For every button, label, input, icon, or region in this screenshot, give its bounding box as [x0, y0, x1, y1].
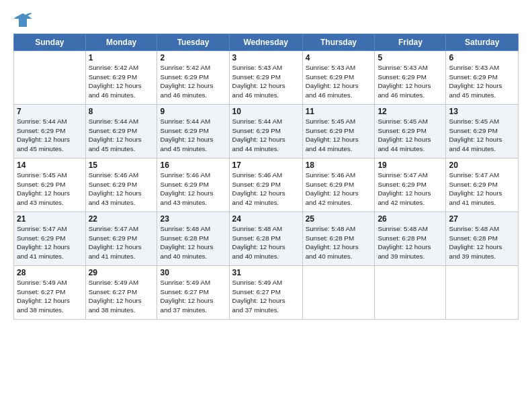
day-info: Sunrise: 5:44 AMSunset: 6:29 PMDaylight:… [160, 117, 226, 154]
day-number: 12 [378, 107, 443, 116]
calendar-cell: 26Sunrise: 5:48 AMSunset: 6:28 PMDayligh… [375, 212, 446, 266]
day-info: Sunrise: 5:48 AMSunset: 6:28 PMDaylight:… [160, 224, 226, 261]
calendar-cell: 4Sunrise: 5:43 AMSunset: 6:29 PMDaylight… [302, 51, 375, 105]
day-number: 8 [89, 107, 154, 116]
day-number: 4 [306, 53, 372, 62]
day-number: 28 [17, 268, 83, 277]
calendar-week-row: 1Sunrise: 5:42 AMSunset: 6:29 PMDaylight… [14, 51, 519, 105]
day-number: 1 [89, 53, 154, 62]
day-info: Sunrise: 5:49 AMSunset: 6:27 PMDaylight:… [17, 278, 83, 315]
header [13, 12, 519, 28]
day-info: Sunrise: 5:45 AMSunset: 6:29 PMDaylight:… [449, 117, 515, 154]
day-number: 16 [160, 161, 226, 170]
day-info: Sunrise: 5:45 AMSunset: 6:29 PMDaylight:… [306, 117, 372, 154]
calendar-cell: 28Sunrise: 5:49 AMSunset: 6:27 PMDayligh… [14, 266, 86, 320]
calendar-cell: 7Sunrise: 5:44 AMSunset: 6:29 PMDaylight… [14, 105, 86, 158]
day-number: 22 [89, 214, 154, 224]
calendar-cell: 2Sunrise: 5:42 AMSunset: 6:29 PMDaylight… [157, 51, 229, 105]
calendar-cell: 29Sunrise: 5:49 AMSunset: 6:27 PMDayligh… [85, 266, 157, 320]
day-number: 21 [17, 214, 83, 224]
day-info: Sunrise: 5:48 AMSunset: 6:28 PMDaylight:… [232, 224, 300, 261]
col-tuesday: Tuesday [157, 34, 229, 51]
day-number: 3 [232, 53, 300, 62]
calendar-table: Sunday Monday Tuesday Wednesday Thursday… [13, 34, 519, 320]
day-info: Sunrise: 5:47 AMSunset: 6:29 PMDaylight:… [89, 224, 154, 261]
calendar-cell: 27Sunrise: 5:48 AMSunset: 6:28 PMDayligh… [446, 212, 519, 266]
calendar-cell: 21Sunrise: 5:47 AMSunset: 6:29 PMDayligh… [14, 212, 86, 266]
calendar-week-row: 7Sunrise: 5:44 AMSunset: 6:29 PMDaylight… [14, 105, 519, 158]
day-info: Sunrise: 5:45 AMSunset: 6:29 PMDaylight:… [378, 117, 443, 154]
calendar-week-row: 28Sunrise: 5:49 AMSunset: 6:27 PMDayligh… [14, 266, 519, 320]
logo [13, 12, 35, 28]
day-info: Sunrise: 5:48 AMSunset: 6:28 PMDaylight:… [306, 224, 372, 261]
day-number: 11 [306, 107, 372, 116]
day-number: 10 [232, 107, 300, 116]
day-info: Sunrise: 5:47 AMSunset: 6:29 PMDaylight:… [378, 171, 443, 208]
day-number: 17 [232, 161, 300, 170]
calendar-cell: 31Sunrise: 5:49 AMSunset: 6:27 PMDayligh… [229, 266, 302, 320]
day-info: Sunrise: 5:46 AMSunset: 6:29 PMDaylight:… [306, 171, 372, 208]
day-info: Sunrise: 5:47 AMSunset: 6:29 PMDaylight:… [449, 171, 515, 208]
col-friday: Friday [375, 34, 446, 51]
calendar-cell: 20Sunrise: 5:47 AMSunset: 6:29 PMDayligh… [446, 158, 519, 212]
day-info: Sunrise: 5:42 AMSunset: 6:29 PMDaylight:… [89, 63, 154, 100]
day-number: 7 [17, 107, 83, 116]
col-thursday: Thursday [302, 34, 375, 51]
day-info: Sunrise: 5:43 AMSunset: 6:29 PMDaylight:… [378, 63, 443, 100]
day-number: 2 [160, 53, 226, 62]
day-number: 13 [449, 107, 515, 116]
day-info: Sunrise: 5:42 AMSunset: 6:29 PMDaylight:… [160, 63, 226, 100]
day-number: 14 [17, 161, 83, 170]
day-number: 20 [449, 161, 515, 170]
day-info: Sunrise: 5:43 AMSunset: 6:29 PMDaylight:… [306, 63, 372, 100]
day-number: 31 [232, 268, 300, 277]
calendar-cell: 24Sunrise: 5:48 AMSunset: 6:28 PMDayligh… [229, 212, 302, 266]
day-info: Sunrise: 5:49 AMSunset: 6:27 PMDaylight:… [160, 278, 226, 315]
day-number: 25 [306, 214, 372, 224]
calendar-cell: 11Sunrise: 5:45 AMSunset: 6:29 PMDayligh… [302, 105, 375, 158]
calendar-cell [446, 266, 519, 320]
day-number: 24 [232, 214, 300, 224]
calendar-cell: 1Sunrise: 5:42 AMSunset: 6:29 PMDaylight… [85, 51, 157, 105]
col-wednesday: Wednesday [229, 34, 302, 51]
col-sunday: Sunday [14, 34, 86, 51]
day-info: Sunrise: 5:46 AMSunset: 6:29 PMDaylight:… [232, 171, 300, 208]
logo-icon [13, 12, 32, 28]
day-info: Sunrise: 5:44 AMSunset: 6:29 PMDaylight:… [17, 117, 83, 154]
calendar-cell: 15Sunrise: 5:46 AMSunset: 6:29 PMDayligh… [85, 158, 157, 212]
day-info: Sunrise: 5:48 AMSunset: 6:28 PMDaylight:… [378, 224, 443, 261]
calendar-cell: 8Sunrise: 5:44 AMSunset: 6:29 PMDaylight… [85, 105, 157, 158]
calendar-cell: 25Sunrise: 5:48 AMSunset: 6:28 PMDayligh… [302, 212, 375, 266]
day-info: Sunrise: 5:44 AMSunset: 6:29 PMDaylight:… [89, 117, 154, 154]
day-info: Sunrise: 5:44 AMSunset: 6:29 PMDaylight:… [232, 117, 300, 154]
day-info: Sunrise: 5:43 AMSunset: 6:29 PMDaylight:… [232, 63, 300, 100]
calendar-cell: 3Sunrise: 5:43 AMSunset: 6:29 PMDaylight… [229, 51, 302, 105]
day-number: 29 [89, 268, 154, 277]
day-number: 6 [449, 53, 515, 62]
day-info: Sunrise: 5:43 AMSunset: 6:29 PMDaylight:… [449, 63, 515, 100]
calendar-cell: 19Sunrise: 5:47 AMSunset: 6:29 PMDayligh… [375, 158, 446, 212]
calendar-cell [375, 266, 446, 320]
calendar-cell: 22Sunrise: 5:47 AMSunset: 6:29 PMDayligh… [85, 212, 157, 266]
day-number: 26 [378, 214, 443, 224]
day-number: 30 [160, 268, 226, 277]
calendar-cell: 12Sunrise: 5:45 AMSunset: 6:29 PMDayligh… [375, 105, 446, 158]
calendar-header-row: Sunday Monday Tuesday Wednesday Thursday… [14, 34, 519, 51]
day-number: 19 [378, 161, 443, 170]
calendar-cell: 6Sunrise: 5:43 AMSunset: 6:29 PMDaylight… [446, 51, 519, 105]
calendar-cell: 14Sunrise: 5:45 AMSunset: 6:29 PMDayligh… [14, 158, 86, 212]
page: Sunday Monday Tuesday Wednesday Thursday… [0, 0, 532, 411]
calendar-cell [302, 266, 375, 320]
day-info: Sunrise: 5:49 AMSunset: 6:27 PMDaylight:… [89, 278, 154, 315]
day-number: 15 [89, 161, 154, 170]
day-number: 23 [160, 214, 226, 224]
calendar-cell: 10Sunrise: 5:44 AMSunset: 6:29 PMDayligh… [229, 105, 302, 158]
calendar-week-row: 21Sunrise: 5:47 AMSunset: 6:29 PMDayligh… [14, 212, 519, 266]
day-number: 5 [378, 53, 443, 62]
calendar-cell: 18Sunrise: 5:46 AMSunset: 6:29 PMDayligh… [302, 158, 375, 212]
calendar-cell: 9Sunrise: 5:44 AMSunset: 6:29 PMDaylight… [157, 105, 229, 158]
day-info: Sunrise: 5:46 AMSunset: 6:29 PMDaylight:… [89, 171, 154, 208]
calendar-cell: 17Sunrise: 5:46 AMSunset: 6:29 PMDayligh… [229, 158, 302, 212]
col-saturday: Saturday [446, 34, 519, 51]
calendar-cell: 5Sunrise: 5:43 AMSunset: 6:29 PMDaylight… [375, 51, 446, 105]
